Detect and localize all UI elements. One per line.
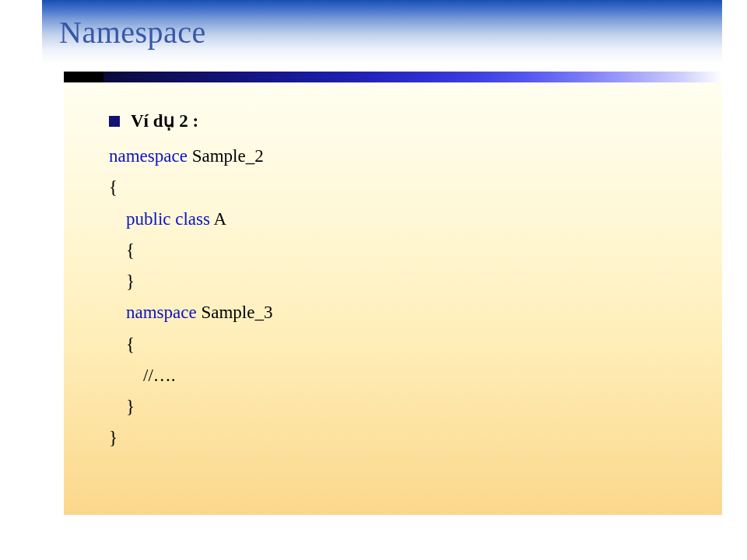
code-line: } bbox=[109, 422, 688, 453]
code-line: { bbox=[109, 172, 688, 203]
slide-title: Namespace bbox=[59, 14, 206, 51]
keyword: public class bbox=[126, 209, 213, 229]
code-line: { bbox=[109, 329, 688, 360]
accent-stripe bbox=[64, 72, 722, 82]
code-text: Sample_3 bbox=[201, 303, 272, 322]
code-line: namspace Sample_3 bbox=[109, 297, 688, 328]
code-line: public class A bbox=[109, 204, 688, 235]
code-text: A bbox=[213, 209, 226, 229]
code-block: namespace Sample_2 { public class A { } … bbox=[109, 141, 688, 454]
square-bullet-icon bbox=[109, 116, 120, 127]
slide: Namespace Ví dụ 2 : namespace Sample_2 {… bbox=[42, 0, 722, 560]
code-line: } bbox=[109, 266, 688, 297]
bullet-item: Ví dụ 2 : bbox=[109, 110, 688, 131]
code-line: } bbox=[109, 391, 688, 422]
code-line: { bbox=[109, 235, 688, 266]
code-text: Sample_2 bbox=[188, 146, 264, 166]
bullet-label: Ví dụ 2 : bbox=[131, 110, 198, 131]
keyword: namespace bbox=[109, 146, 188, 166]
code-line: namespace Sample_2 bbox=[109, 141, 688, 172]
code-line: //…. bbox=[109, 360, 688, 391]
keyword: namspace bbox=[126, 303, 201, 322]
content-box: Ví dụ 2 : namespace Sample_2 { public cl… bbox=[64, 82, 722, 515]
title-band: Namespace bbox=[42, 0, 722, 64]
